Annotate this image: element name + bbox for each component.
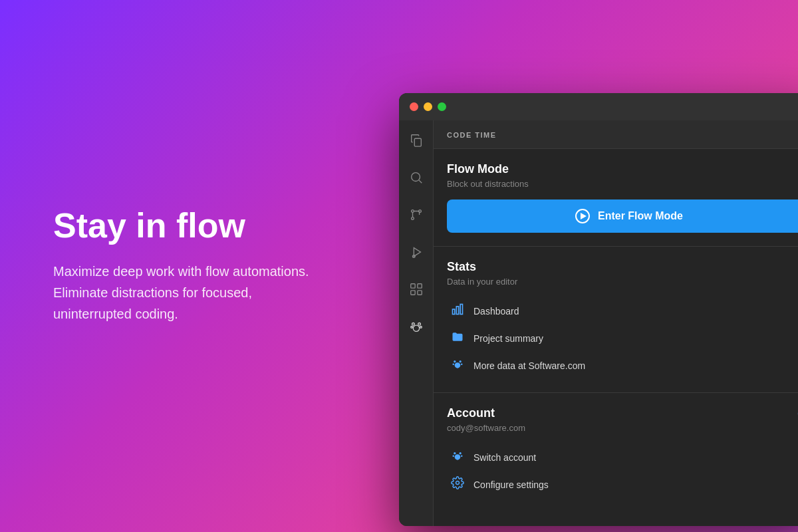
sidebar-icon-extensions[interactable]: [404, 277, 428, 301]
panel-title: CODE TIME: [447, 131, 497, 139]
sidebar-icon-search[interactable]: [404, 166, 428, 190]
traffic-light-yellow[interactable]: [424, 102, 432, 111]
account-title: Account: [447, 406, 525, 420]
account-header: Account cody@software.com: [447, 406, 798, 433]
software-data-label: More data at Software.com: [473, 360, 585, 371]
project-summary-menu-item[interactable]: Project summary: [447, 325, 798, 352]
paw-switch-icon: [451, 449, 464, 462]
stats-section: Stats Data in your editor Dashboard: [434, 247, 798, 393]
panel-header: CODE TIME: [434, 120, 798, 149]
sidebar: [399, 120, 434, 526]
app-window: CODE TIME Flow Mode Block out distractio…: [399, 93, 798, 526]
title-bar: [399, 93, 798, 120]
switch-account-label: Switch account: [473, 452, 536, 463]
stats-title: Stats: [447, 260, 798, 274]
svg-rect-8: [417, 284, 421, 288]
account-title-group: Account cody@software.com: [447, 406, 525, 433]
svg-point-26: [461, 456, 463, 458]
enter-flow-mode-button[interactable]: Enter Flow Mode: [447, 200, 798, 233]
svg-point-12: [418, 323, 420, 326]
configure-settings-icon: [450, 476, 466, 493]
svg-point-19: [454, 360, 456, 362]
svg-point-13: [410, 327, 412, 329]
svg-point-5: [411, 217, 414, 220]
dashboard-label: Dashboard: [473, 306, 519, 317]
run-icon: [409, 245, 424, 259]
switch-account-menu-item[interactable]: Switch account: [447, 444, 798, 471]
flow-btn-label: Enter Flow Mode: [598, 210, 683, 222]
traffic-light-red[interactable]: [410, 102, 418, 111]
folder-filled-icon: [451, 330, 464, 343]
dashboard-icon: [450, 303, 466, 319]
panel: CODE TIME Flow Mode Block out distractio…: [434, 120, 798, 526]
search-icon: [409, 170, 424, 185]
files-icon: [409, 133, 424, 148]
svg-rect-0: [414, 138, 421, 146]
app-window-wrapper: CODE TIME Flow Mode Block out distractio…: [399, 93, 798, 526]
svg-point-1: [411, 173, 420, 182]
svg-point-23: [454, 452, 456, 454]
flow-mode-title: Flow Mode: [447, 162, 529, 176]
hero-subtitle: Maximize deep work with flow automations…: [53, 261, 319, 325]
folder-icon: [450, 330, 466, 346]
gear-settings-icon: [451, 476, 464, 489]
paw-icon: [409, 319, 424, 334]
svg-point-27: [456, 481, 460, 485]
switch-account-icon: [450, 449, 466, 466]
configure-settings-menu-item[interactable]: Configure settings: [447, 471, 798, 498]
sidebar-icon-git[interactable]: [404, 203, 428, 227]
flow-mode-section: Flow Mode Block out distractions: [434, 149, 798, 247]
configure-settings-label: Configure settings: [473, 479, 549, 490]
dashboard-menu-item[interactable]: Dashboard: [447, 297, 798, 325]
main-layout: CODE TIME Flow Mode Block out distractio…: [399, 120, 798, 526]
svg-point-22: [461, 364, 463, 366]
svg-rect-16: [453, 309, 455, 315]
git-icon: [409, 207, 424, 222]
flow-btn-play-icon: [575, 209, 590, 223]
stats-subtitle: Data in your editor: [447, 277, 798, 287]
svg-point-24: [460, 452, 462, 454]
stats-header: Stats Data in your editor: [447, 260, 798, 287]
traffic-light-green[interactable]: [438, 102, 446, 111]
svg-point-3: [411, 210, 414, 213]
sidebar-icon-run[interactable]: [404, 240, 428, 264]
paw-stats-icon: [451, 357, 464, 370]
hero-title: Stay in flow: [53, 207, 319, 245]
svg-point-25: [453, 456, 455, 458]
svg-point-11: [412, 323, 414, 326]
flow-mode-header: Flow Mode Block out distractions: [447, 162, 798, 189]
hero-section: Stay in flow Maximize deep work with flo…: [53, 207, 319, 325]
svg-point-21: [453, 364, 455, 366]
flow-mode-subtitle: Block out distractions: [447, 179, 529, 189]
bar-chart-icon: [451, 303, 464, 316]
svg-rect-9: [410, 291, 414, 295]
svg-rect-18: [460, 305, 462, 315]
extensions-icon: [409, 282, 424, 297]
svg-rect-10: [417, 291, 421, 295]
svg-rect-17: [456, 307, 458, 315]
svg-point-20: [460, 360, 462, 362]
sidebar-icon-codetime[interactable]: [404, 315, 428, 338]
flow-mode-title-group: Flow Mode Block out distractions: [447, 162, 529, 189]
svg-line-2: [419, 180, 422, 183]
account-section: Account cody@software.com: [434, 393, 798, 511]
software-data-menu-item[interactable]: More data at Software.com: [447, 352, 798, 379]
account-email: cody@software.com: [447, 423, 525, 433]
project-summary-label: Project summary: [473, 333, 543, 344]
paw-menu-icon: [450, 357, 466, 374]
svg-rect-7: [410, 284, 414, 288]
svg-point-14: [420, 327, 422, 329]
sidebar-icon-files[interactable]: [404, 128, 428, 152]
